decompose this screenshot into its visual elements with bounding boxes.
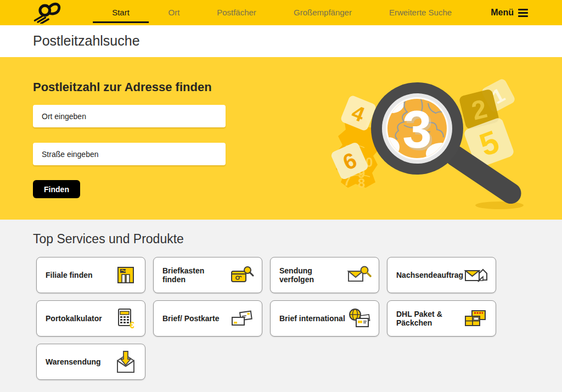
svg-text:€: € bbox=[130, 321, 134, 329]
page-title-bar: Postleitzahlsuche bbox=[0, 25, 562, 57]
envelope-forward-icon bbox=[463, 265, 488, 285]
street-input[interactable] bbox=[33, 143, 226, 165]
card-label: Filiale finden bbox=[46, 271, 93, 279]
globe-letter-icon bbox=[346, 307, 372, 329]
mailbox-search-icon bbox=[229, 265, 255, 285]
menu-button[interactable]: Menü bbox=[491, 0, 528, 25]
parcel-icon bbox=[463, 308, 488, 329]
tab-start-label: Start bbox=[112, 8, 130, 17]
services-heading: Top Services und Produkte bbox=[33, 232, 184, 247]
card-label: Briefkasten finden bbox=[162, 266, 229, 284]
card-label: Warensendung bbox=[46, 357, 101, 366]
map-number-8: 8 bbox=[358, 176, 365, 191]
services-card-grid: Filiale finden Briefkasten finden Sendu bbox=[36, 257, 496, 380]
card-sendung-verfolgen[interactable]: Sendung verfolgen bbox=[270, 257, 379, 293]
top-navigation-bar: Start Ort Postfächer Großempfänger Erwei… bbox=[0, 0, 562, 25]
find-button[interactable]: Finden bbox=[33, 180, 80, 198]
posthorn-icon[interactable] bbox=[31, 2, 63, 24]
active-tab-underline bbox=[93, 21, 149, 23]
menu-label: Menü bbox=[491, 8, 514, 18]
store-icon bbox=[114, 265, 138, 285]
card-label: Portokalkulator bbox=[46, 314, 102, 323]
tab-postfaecher[interactable]: Postfächer bbox=[217, 0, 256, 25]
letter-postcard-icon bbox=[229, 308, 255, 329]
tab-erweiterte-suche[interactable]: Erweiterte Suche bbox=[389, 0, 452, 25]
tab-ort[interactable]: Ort bbox=[168, 0, 180, 25]
top-services-section: Top Services und Produkte Filiale finden… bbox=[0, 220, 562, 392]
card-brief-postkarte[interactable]: Brief/ Postkarte bbox=[153, 300, 262, 337]
plz-map-illustration: 0 9 7 8 1 2 5 4 6 bbox=[324, 75, 543, 215]
plz-search-hero: Postleitzahl zur Adresse finden Finden 0… bbox=[0, 57, 562, 220]
card-label: Brief/ Postkarte bbox=[162, 314, 219, 323]
card-brief-international[interactable]: Brief international bbox=[270, 300, 379, 337]
card-label: Sendung verfolgen bbox=[279, 266, 346, 284]
hero-heading: Postleitzahl zur Adresse finden bbox=[33, 80, 212, 94]
city-input[interactable] bbox=[33, 105, 226, 127]
card-portokalkulator[interactable]: Portokalkulator € bbox=[36, 300, 145, 337]
card-label: Nachsendeauftrag bbox=[396, 271, 463, 279]
card-label: DHL Paket & Päckchen bbox=[396, 310, 463, 327]
card-filiale-finden[interactable]: Filiale finden bbox=[36, 257, 145, 293]
page-title: Postleitzahlsuche bbox=[33, 33, 140, 49]
card-dhl-paket[interactable]: DHL Paket & Päckchen bbox=[387, 300, 496, 337]
card-briefkasten-finden[interactable]: Briefkasten finden bbox=[153, 257, 262, 293]
card-label: Brief international bbox=[279, 314, 345, 323]
tab-grossempfaenger[interactable]: Großempfänger bbox=[294, 0, 352, 25]
card-nachsendeauftrag[interactable]: Nachsendeauftrag bbox=[387, 257, 496, 293]
hamburger-icon bbox=[518, 9, 528, 17]
tab-start[interactable]: Start bbox=[112, 0, 130, 25]
envelope-search-icon bbox=[346, 265, 372, 285]
calculator-euro-icon: € bbox=[113, 307, 138, 329]
open-envelope-arrow-icon bbox=[114, 350, 138, 374]
lens-number: 3 bbox=[402, 100, 431, 159]
card-warensendung[interactable]: Warensendung bbox=[36, 344, 145, 380]
